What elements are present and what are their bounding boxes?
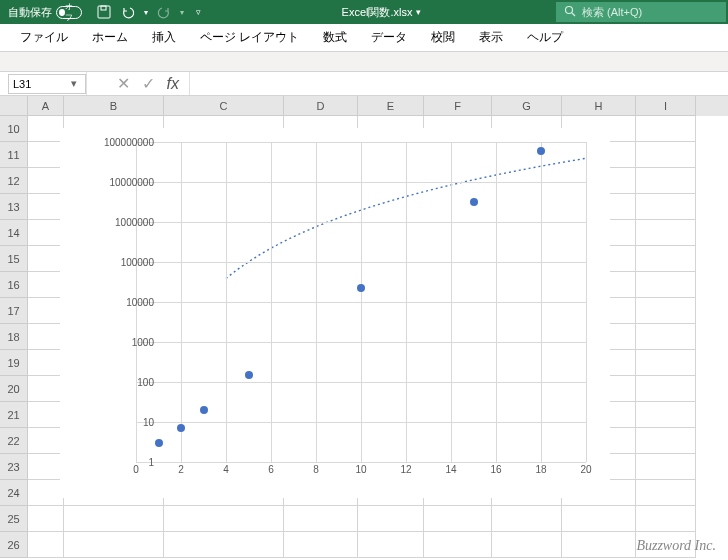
cell[interactable] [562,532,636,558]
cell[interactable] [636,246,696,272]
cell[interactable] [636,324,696,350]
chevron-down-icon[interactable]: ▾ [144,8,148,17]
row-header[interactable]: 14 [0,220,28,246]
row-header[interactable]: 19 [0,350,28,376]
cell[interactable] [636,402,696,428]
cell[interactable] [28,116,64,142]
chevron-down-icon[interactable]: ▾ [67,77,81,90]
cell[interactable] [28,376,64,402]
row-header[interactable]: 20 [0,376,28,402]
cell[interactable] [164,532,284,558]
formula-input[interactable] [190,74,728,94]
cell[interactable] [28,142,64,168]
row-header[interactable]: 16 [0,272,28,298]
cell[interactable] [28,480,64,506]
data-point[interactable] [245,371,253,379]
tab-pagelayout[interactable]: ページ レイアウト [188,24,311,51]
cell[interactable] [64,532,164,558]
chevron-down-icon[interactable]: ▾ [416,7,421,17]
row-header[interactable]: 23 [0,454,28,480]
cell[interactable] [636,376,696,402]
cell[interactable] [492,506,562,532]
cell[interactable] [284,532,358,558]
cell[interactable] [28,220,64,246]
cell[interactable] [28,168,64,194]
cell[interactable] [28,298,64,324]
column-header[interactable]: A [28,96,64,116]
row-header[interactable]: 13 [0,194,28,220]
data-point[interactable] [200,406,208,414]
cell[interactable] [636,272,696,298]
tab-insert[interactable]: 挿入 [140,24,188,51]
cell[interactable] [28,246,64,272]
column-header[interactable]: B [64,96,164,116]
fx-icon[interactable]: fx [167,75,179,93]
tab-help[interactable]: ヘルプ [515,24,575,51]
tab-review[interactable]: 校閲 [419,24,467,51]
row-header[interactable]: 25 [0,506,28,532]
row-header[interactable]: 11 [0,142,28,168]
cell[interactable] [28,272,64,298]
row-header[interactable]: 24 [0,480,28,506]
cell[interactable] [28,454,64,480]
tab-view[interactable]: 表示 [467,24,515,51]
cell[interactable] [636,298,696,324]
data-point[interactable] [155,439,163,447]
cell[interactable] [636,506,696,532]
row-header[interactable]: 12 [0,168,28,194]
cell[interactable] [492,532,562,558]
column-header[interactable]: I [636,96,696,116]
autosave-toggle[interactable]: 自動保存 オフ [0,5,90,20]
tab-file[interactable]: ファイル [8,24,80,51]
cell[interactable] [284,506,358,532]
column-header[interactable]: E [358,96,424,116]
select-all-corner[interactable] [0,96,28,116]
save-icon[interactable] [96,4,112,20]
row-header[interactable]: 10 [0,116,28,142]
tab-home[interactable]: ホーム [80,24,140,51]
worksheet[interactable]: ABCDEFGHI 101112131415161718192021222324… [0,96,728,560]
data-point[interactable] [537,147,545,155]
cell[interactable] [636,194,696,220]
cell[interactable] [28,194,64,220]
embedded-chart[interactable]: 1101001000100001000001000000100000001000… [60,128,610,498]
cell[interactable] [562,506,636,532]
row-header[interactable]: 22 [0,428,28,454]
qat-overflow-icon[interactable]: ▿ [196,7,201,17]
row-header[interactable]: 17 [0,298,28,324]
cell[interactable] [164,506,284,532]
cell[interactable] [28,532,64,558]
row-header[interactable]: 26 [0,532,28,558]
cell[interactable] [28,506,64,532]
name-box[interactable]: L31 ▾ [8,74,86,94]
cell[interactable] [28,350,64,376]
row-header[interactable]: 21 [0,402,28,428]
cell[interactable] [636,220,696,246]
row-header[interactable]: 15 [0,246,28,272]
tab-data[interactable]: データ [359,24,419,51]
cell[interactable] [636,480,696,506]
cell[interactable] [636,142,696,168]
cell[interactable] [28,402,64,428]
cell[interactable] [636,428,696,454]
cell[interactable] [424,506,492,532]
data-point[interactable] [470,198,478,206]
cell[interactable] [636,116,696,142]
cell[interactable] [636,454,696,480]
cell[interactable] [424,532,492,558]
cell[interactable] [358,506,424,532]
data-point[interactable] [357,284,365,292]
column-header[interactable]: D [284,96,358,116]
cell[interactable] [28,324,64,350]
undo-icon[interactable] [120,4,136,20]
cell[interactable] [636,350,696,376]
cell[interactable] [64,506,164,532]
column-header[interactable]: G [492,96,562,116]
column-header[interactable]: F [424,96,492,116]
cell[interactable] [636,168,696,194]
cell[interactable] [358,532,424,558]
column-header[interactable]: H [562,96,636,116]
tab-formulas[interactable]: 数式 [311,24,359,51]
cell[interactable] [28,428,64,454]
row-header[interactable]: 18 [0,324,28,350]
